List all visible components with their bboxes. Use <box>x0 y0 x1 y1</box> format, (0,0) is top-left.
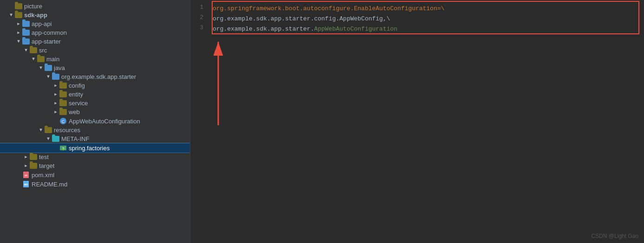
label-service: service <box>69 100 88 107</box>
label-entity: entity <box>69 91 83 98</box>
folder-icon-sdk-app <box>15 12 22 18</box>
editor-line-1: 1 org.springframework.boot.autoconfigure… <box>190 4 644 14</box>
tree-item-org-example[interactable]: ▼ org.example.sdk.app.starter <box>0 72 190 81</box>
label-meta-inf: META-INF <box>61 135 89 142</box>
line-number-3: 3 <box>190 24 209 31</box>
tree-item-spring-factories[interactable]: 🍃 spring.factories <box>0 143 190 153</box>
folder-icon-app-starter <box>22 38 30 45</box>
label-web: web <box>69 109 80 115</box>
file-tree[interactable]: picture ▼ sdk-app ▶ app-api ▶ app-common… <box>0 0 190 243</box>
tree-item-resources[interactable]: ▼ resources <box>0 126 190 134</box>
svg-text:m: m <box>25 174 27 177</box>
line-content-3: org.example.sdk.app.starter.AppWebAutoCo… <box>209 24 644 34</box>
folder-icon-service <box>59 100 67 106</box>
arrow-sdk-app: ▼ <box>7 13 15 18</box>
tree-item-web[interactable]: ▶ web <box>0 108 190 116</box>
folder-icon-app-common <box>22 30 30 36</box>
svg-text:🍃: 🍃 <box>61 147 65 151</box>
folder-icon-web <box>59 109 67 115</box>
arrow-java: ▼ <box>37 65 45 70</box>
label-java: java <box>54 64 65 71</box>
package-icon-org-example <box>52 74 59 80</box>
label-resources: resources <box>54 127 80 134</box>
tree-item-service[interactable]: ▶ service <box>0 99 190 108</box>
folder-icon-java <box>45 65 52 71</box>
tree-item-app-common[interactable]: ▶ app-common <box>0 28 190 37</box>
label-sdk-app: sdk-app <box>24 12 47 19</box>
tree-item-app-starter[interactable]: ▼ app-starter <box>0 37 190 46</box>
folder-icon-config <box>59 83 67 89</box>
config-file-icon-appweb: C <box>59 117 67 125</box>
arrow-resources: ▼ <box>37 128 45 133</box>
arrow-entity: ▶ <box>52 92 59 97</box>
line1-text: org.springframework.boot.autoconfigure.E… <box>213 5 444 12</box>
code-editor: 1 org.springframework.boot.autoconfigure… <box>190 0 644 243</box>
arrow-main: ▼ <box>30 57 37 62</box>
label-readme-md: README.md <box>32 181 67 188</box>
label-picture: picture <box>24 3 42 10</box>
line-number-2: 2 <box>190 14 209 21</box>
label-appwebautoconfiguration: AppWebAutoConfiguration <box>69 118 140 125</box>
arrow-org-example: ▼ <box>45 74 52 79</box>
line3-classname: AppWebAutoConfiguration <box>314 26 397 32</box>
editor-line-3: 3 org.example.sdk.app.starter.AppWebAuto… <box>190 24 644 34</box>
tree-item-sdk-app[interactable]: ▼ sdk-app <box>0 11 190 19</box>
tree-item-pom-xml[interactable]: m pom.xml <box>0 170 190 179</box>
tree-item-test[interactable]: ▶ test <box>0 153 190 161</box>
folder-icon-meta-inf <box>52 136 59 142</box>
line3-prefix: org.example.sdk.app.starter. <box>213 26 314 32</box>
line2-text: org.example.sdk.app.starter.config.AppWe… <box>213 15 390 22</box>
folder-icon-target <box>30 163 37 169</box>
folder-icon-test <box>30 154 37 160</box>
arrow-test: ▶ <box>22 154 30 160</box>
label-org-example: org.example.sdk.app.starter <box>61 73 136 80</box>
folder-icon-resources <box>45 127 52 133</box>
tree-item-readme-md[interactable]: MD README.md <box>0 179 190 189</box>
tree-item-main[interactable]: ▼ main <box>0 55 190 64</box>
arrow-config: ▶ <box>52 83 59 88</box>
readme-md-icon: MD <box>22 180 30 188</box>
watermark: CSDN @Light Gao <box>591 233 638 239</box>
arrow-service: ▶ <box>52 101 59 106</box>
tree-item-config[interactable]: ▶ config <box>0 81 190 90</box>
arrow-target: ▶ <box>22 163 30 168</box>
folder-icon-src <box>30 47 37 53</box>
arrow-app-common: ▶ <box>15 30 22 35</box>
line-content-2: org.example.sdk.app.starter.config.AppWe… <box>209 14 644 24</box>
label-config: config <box>69 82 85 89</box>
label-app-api: app-api <box>32 20 52 27</box>
tree-item-app-api[interactable]: ▶ app-api <box>0 19 190 28</box>
label-pom-xml: pom.xml <box>32 172 54 179</box>
folder-icon-main <box>37 56 45 62</box>
tree-item-appwebautoconfiguration[interactable]: C AppWebAutoConfiguration <box>0 116 190 126</box>
svg-text:MD: MD <box>24 183 28 186</box>
tree-item-src[interactable]: ▼ src <box>0 46 190 55</box>
label-src: src <box>39 47 47 54</box>
tree-item-java[interactable]: ▼ java <box>0 64 190 72</box>
folder-icon-entity <box>59 91 67 97</box>
tree-item-meta-inf[interactable]: ▼ META-INF <box>0 134 190 143</box>
label-app-starter: app-starter <box>32 38 61 45</box>
line-content-1: org.springframework.boot.autoconfigure.E… <box>209 4 644 14</box>
label-spring-factories: spring.factories <box>69 145 110 152</box>
line-number-1: 1 <box>190 4 209 11</box>
svg-text:C: C <box>62 119 65 124</box>
tree-item-picture[interactable]: picture <box>0 2 190 11</box>
arrow-app-starter: ▼ <box>15 39 22 44</box>
folder-icon-picture <box>15 3 22 9</box>
pom-xml-icon: m <box>22 171 30 179</box>
editor-content: 1 org.springframework.boot.autoconfigure… <box>190 0 644 38</box>
arrow-web: ▶ <box>52 109 59 115</box>
label-test: test <box>39 153 49 160</box>
editor-line-2: 2 org.example.sdk.app.starter.config.App… <box>190 14 644 24</box>
label-main: main <box>46 56 59 63</box>
folder-icon-app-api <box>22 21 30 27</box>
label-app-common: app-common <box>32 29 67 36</box>
tree-item-target[interactable]: ▶ target <box>0 161 190 170</box>
tree-item-entity[interactable]: ▶ entity <box>0 90 190 99</box>
arrow-src: ▼ <box>22 48 30 53</box>
label-target: target <box>39 162 54 169</box>
arrow-app-api: ▶ <box>15 21 22 26</box>
arrow-meta-inf: ▼ <box>45 136 52 141</box>
spring-icon: 🍃 <box>59 144 67 152</box>
